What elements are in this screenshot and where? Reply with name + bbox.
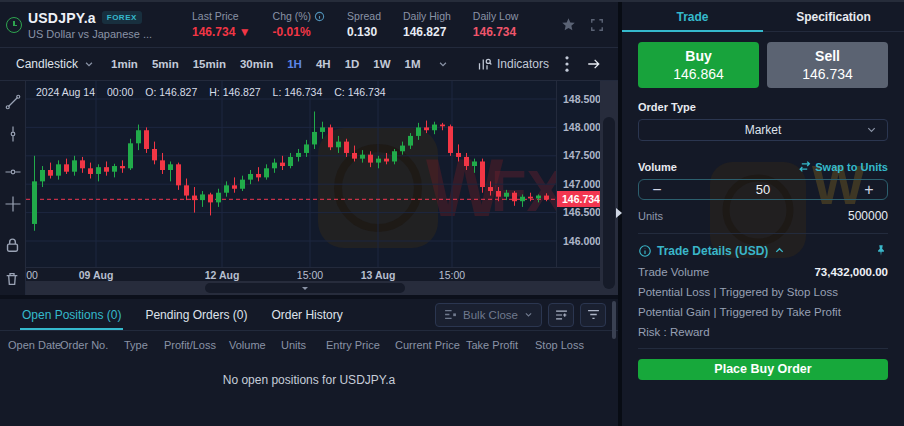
trade-details-rows: Trade Volume73,432,000.00Potential Loss …: [638, 258, 888, 338]
time-tick: 12 Aug: [205, 269, 240, 281]
timeframe-1H[interactable]: 1H: [280, 54, 309, 74]
tab-open-positions-[interactable]: Open Positions (0): [10, 299, 133, 330]
sell-button[interactable]: Sell 146.734: [767, 42, 888, 88]
chevron-up-icon[interactable]: [774, 245, 785, 256]
column-header: Volume: [229, 339, 266, 351]
detail-row: Risk : Reward: [638, 326, 888, 338]
instrument-info: USDJPY.a FOREX US Dollar vs Japanese ...: [28, 10, 178, 40]
timeframe-5min[interactable]: 5min: [145, 54, 186, 74]
pin-details-button[interactable]: [874, 243, 888, 258]
panel-divider[interactable]: [618, 2, 622, 426]
timeframe-1M[interactable]: 1M: [398, 54, 428, 74]
order-type-select[interactable]: Market: [638, 119, 888, 141]
column-header: Units: [281, 339, 306, 351]
horizontal-scrollbar: [0, 281, 618, 295]
tab-order-history[interactable]: Order History: [259, 299, 354, 330]
column-header: Open Date: [8, 339, 61, 351]
column-header: Profit/Loss: [164, 339, 216, 351]
stat-spread: Spread0.130: [347, 10, 381, 39]
volume-increase-button[interactable]: +: [851, 181, 887, 199]
lock-tool-icon[interactable]: [4, 237, 22, 255]
time-axis[interactable]: 0009 Aug12 Aug15:0013 Aug15:00: [0, 267, 600, 281]
vertical-line-tool-icon[interactable]: [4, 125, 22, 143]
swap-to-units-label: Swap to Units: [815, 161, 888, 173]
collapse-panel-arrow-icon[interactable]: [616, 208, 622, 218]
tab-pending-orders-[interactable]: Pending Orders (0): [133, 299, 259, 330]
fullscreen-icon[interactable]: [590, 18, 604, 32]
trade-panel: TradeSpecification W Buy 146.864 Sell 14…: [622, 2, 904, 426]
timeframe-15min[interactable]: 15min: [186, 54, 233, 74]
timeframe-1W[interactable]: 1W: [366, 54, 397, 74]
order-type-label: Order Type: [638, 101, 888, 113]
panel-scrollbar-thumb[interactable]: [612, 301, 616, 339]
volume-input[interactable]: 50: [675, 182, 851, 197]
chart-area: W FX 2024 Aug 1400:00O: 146.827H: 146.82…: [0, 81, 618, 295]
favorite-star-icon[interactable]: [561, 17, 576, 32]
column-header: Order No.: [60, 339, 108, 351]
column-header: Entry Price: [326, 339, 380, 351]
quote-stats: Last Price146.734 ▼Chg (%)-0.01%Spread0.…: [192, 10, 518, 39]
bulk-close-icon: [444, 309, 457, 320]
chart-type-dropdown[interactable]: Candlestick: [10, 53, 100, 75]
chevron-down-icon: [438, 59, 448, 69]
trade-details-title: Trade Details (USD): [657, 244, 768, 258]
arrow-right-icon: [585, 57, 602, 71]
kebab-menu-icon: [565, 56, 569, 72]
timeframe-4H[interactable]: 4H: [309, 54, 338, 74]
indicators-label: Indicators: [497, 57, 549, 71]
filter-button[interactable]: [580, 303, 606, 327]
collapse-toolbar-arrow[interactable]: [579, 53, 608, 75]
instrument-subtitle: US Dollar vs Japanese ...: [28, 28, 178, 40]
timeframe-30min[interactable]: 30min: [233, 54, 280, 74]
buy-button[interactable]: Buy 146.864: [638, 42, 759, 88]
empty-positions-message: No open positions for USDJPY.a: [0, 373, 618, 387]
volume-stepper: − 50 +: [638, 179, 888, 201]
column-header: Current Price: [395, 339, 460, 351]
customize-columns-button[interactable]: [548, 303, 574, 327]
delete-drawings-trash-icon[interactable]: [4, 271, 22, 289]
place-buy-order-button[interactable]: Place Buy Order: [638, 359, 888, 380]
stat-last-price: Last Price146.734 ▼: [192, 10, 251, 39]
volume-decrease-button[interactable]: −: [639, 181, 675, 199]
symbol-name: USDJPY.a: [28, 10, 96, 26]
filter-icon: [587, 309, 600, 320]
market-open-clock-icon: [6, 17, 22, 33]
tab-specification[interactable]: Specification: [763, 2, 904, 31]
divider-line: [638, 233, 888, 234]
stat-chg-: Chg (%)-0.01%: [273, 10, 326, 39]
timeframe-1D[interactable]: 1D: [338, 54, 367, 74]
vertical-scrollbar-thumb[interactable]: [603, 117, 615, 289]
vertical-scrollbar: [600, 81, 618, 295]
trend-line-tool-icon[interactable]: [4, 93, 22, 111]
info-icon: [314, 11, 325, 22]
units-value: 500000: [848, 209, 888, 223]
units-label: Units: [638, 210, 663, 222]
tab-trade[interactable]: Trade: [622, 2, 763, 31]
detail-row: Trade Volume73,432,000.00: [638, 266, 888, 278]
order-type-value: Market: [745, 123, 782, 137]
chart-section: USDJPY.a FOREX US Dollar vs Japanese ...…: [0, 2, 618, 426]
column-header: Take Profit: [466, 339, 518, 351]
time-tick: 15:00: [297, 269, 323, 281]
column-header: Stop Loss: [535, 339, 584, 351]
info-icon: [638, 244, 652, 258]
crosshair-tool-icon[interactable]: [4, 195, 22, 213]
sell-price: 146.734: [767, 65, 888, 83]
more-options-kebab[interactable]: [559, 52, 575, 76]
sell-label: Sell: [767, 47, 888, 65]
time-tick: 00: [26, 269, 38, 281]
ohlc-info-bar: 2024 Aug 1400:00O: 146.827H: 146.827L: 1…: [36, 86, 386, 98]
bulk-close-button[interactable]: Bulk Close: [435, 303, 542, 327]
price-axis[interactable]: 148.500148.000147.500147.000146.500146.0…: [556, 81, 600, 267]
timeframe-1min[interactable]: 1min: [104, 54, 145, 74]
trading-app: USDJPY.a FOREX US Dollar vs Japanese ...…: [0, 0, 904, 426]
timeframe-more-dropdown[interactable]: [432, 55, 454, 73]
candlestick-plot[interactable]: W FX 2024 Aug 1400:00O: 146.827H: 146.82…: [26, 81, 556, 267]
horizontal-scrollbar-thumb[interactable]: [205, 283, 405, 293]
timeframe-buttons: 1min5min15min30min1H4H1D1W1M: [104, 54, 428, 74]
indicators-button[interactable]: Indicators: [471, 53, 555, 76]
market-type-badge: FOREX: [102, 11, 142, 24]
bulk-close-label: Bulk Close: [463, 309, 518, 321]
swap-to-units-link[interactable]: Swap to Units: [798, 161, 888, 173]
horizontal-line-tool-icon[interactable]: [4, 163, 22, 181]
